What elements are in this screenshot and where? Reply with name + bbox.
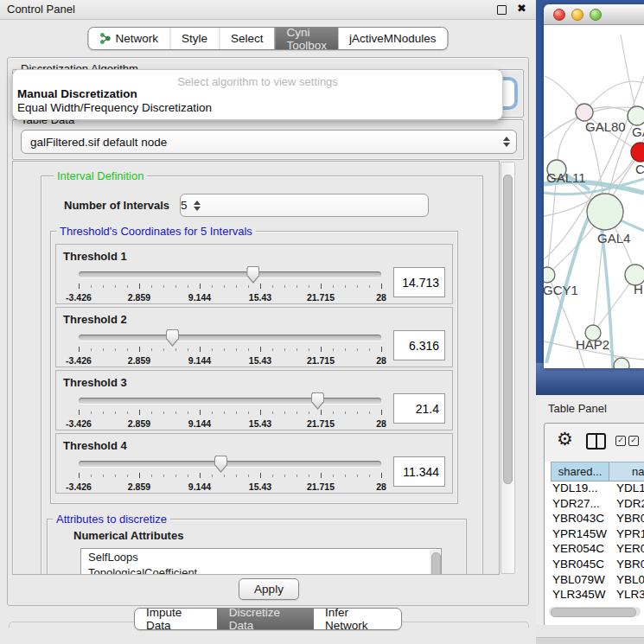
checkbox-icon[interactable]: ✓	[628, 436, 639, 446]
tab-discretize-data[interactable]: Discretize Data	[217, 609, 314, 629]
settings-vertical-scrollbar[interactable]	[501, 162, 515, 574]
tab-label: Impute Data	[146, 608, 206, 630]
table-row[interactable]: YER054CYER0	[551, 542, 644, 558]
tab-network[interactable]: Network	[88, 28, 169, 49]
threshold-value-field[interactable]: 21.4	[393, 393, 445, 424]
float-window-icon[interactable]	[497, 5, 507, 15]
table-row[interactable]: YPR145WYPR1	[551, 527, 644, 543]
control-panel-titlebar: Control Panel ✖	[0, 0, 536, 20]
numerical-attributes-list[interactable]: SelfLoopsTopologicalCoefficientBetweenne…	[80, 548, 442, 575]
tab-style[interactable]: Style	[169, 28, 219, 49]
threshold-slider[interactable]: -3.4262.8599.14415.4321.71528	[79, 392, 381, 431]
table-row[interactable]: YBR043CYBR0	[551, 512, 644, 527]
threshold-slider[interactable]: -3.4262.8599.14415.4321.71528	[79, 328, 381, 368]
slider-track[interactable]	[79, 461, 381, 467]
table-row[interactable]: YDL19...YDL1	[551, 481, 644, 497]
table-scrollbar-thumb[interactable]	[551, 608, 636, 617]
settings-scrollbar-thumb[interactable]	[503, 175, 513, 484]
node-gcy1[interactable]	[544, 267, 555, 283]
tick-label: 9.144	[188, 481, 211, 492]
threshold-value-field[interactable]: 14.713	[393, 267, 445, 297]
number-of-intervals-combobox[interactable]: 5	[180, 194, 429, 217]
panel-title: Control Panel	[7, 3, 75, 16]
slider-thumb[interactable]	[214, 456, 227, 473]
cell-name: YDL1	[611, 481, 644, 497]
close-icon[interactable]: ✖	[517, 2, 526, 15]
slider-thumb[interactable]	[166, 329, 179, 347]
threshold-row: -3.4262.8599.14415.4321.71528 21.4	[63, 392, 445, 431]
attribute-item-topologicalcoefficient[interactable]: TopologicalCoefficient	[88, 565, 441, 575]
algorithm-option-manual-discretization[interactable]: Manual Discretization	[17, 87, 498, 100]
node-top-right[interactable]	[628, 106, 644, 125]
table-row[interactable]: YBR045CYBR0	[551, 558, 644, 573]
threshold-panel: Threshold 1 -3.4262.8599.14415.4321.7152…	[55, 244, 453, 304]
tab-label: Style	[182, 32, 207, 45]
node-pink[interactable]	[576, 104, 593, 121]
bottom-tab-bar: Impute DataDiscretize DataInfer Network	[134, 608, 402, 630]
tick-label: 9.144	[188, 418, 211, 429]
slider-track[interactable]	[79, 271, 381, 277]
cell-shared-name: YIL052C	[551, 603, 611, 604]
node-gal4[interactable]	[587, 194, 623, 230]
top-tab-bar: NetworkStyleSelectCyni ToolboxjActiveMNo…	[87, 27, 448, 50]
threshold-slider[interactable]: -3.4262.8599.14415.4321.71528	[79, 265, 381, 305]
apply-button[interactable]: Apply	[239, 578, 299, 600]
table-horizontal-scrollbar[interactable]	[549, 607, 641, 616]
tick-label: 9.144	[188, 292, 211, 303]
tab-impute-data[interactable]: Impute Data	[135, 609, 217, 629]
slider-thumb[interactable]	[246, 266, 259, 284]
tab-select[interactable]: Select	[219, 28, 275, 49]
threshold-value-field[interactable]: 11.344	[393, 456, 445, 487]
table-row[interactable]: YIL052CYIL0	[551, 603, 644, 604]
cell-shared-name: YBL079W	[551, 573, 611, 589]
slider-track[interactable]	[79, 398, 381, 404]
attributes-scrollbar[interactable]	[430, 550, 440, 575]
zoom-traffic-light-icon[interactable]	[590, 9, 602, 21]
table-toolbar: ⚙ ✓ ✓	[545, 424, 644, 462]
slider-thumb[interactable]	[311, 392, 324, 410]
minimize-traffic-light-icon[interactable]	[571, 9, 583, 21]
table-data-combobox-value: galFiltered.sif default node	[22, 136, 497, 149]
algorithm-option-equal-width-frequency-discretization[interactable]: Equal Width/Frequency Discretization	[17, 101, 498, 114]
cell-name: YBL0	[611, 573, 644, 589]
table-data-combobox[interactable]: galFiltered.sif default node	[21, 130, 517, 154]
attribute-item-selfloops[interactable]: SelfLoops	[88, 550, 441, 565]
network-canvas[interactable]: GAL80 GA C GAL11 GAL4 GCY1 H HAP2	[544, 25, 644, 368]
stepper-arrows-icon	[497, 137, 516, 147]
tab-jactivemnodules[interactable]: jActiveMNodules	[338, 28, 448, 49]
node-red[interactable]	[631, 143, 644, 162]
slider-track[interactable]	[79, 335, 381, 341]
algorithm-placeholder: Select algorithm to view settings	[13, 75, 502, 88]
tick-label: 21.715	[307, 355, 335, 366]
tab-label: Cyni Toolbox	[286, 27, 327, 50]
checkbox-icon[interactable]: ✓	[615, 436, 626, 446]
slider-ticks	[79, 473, 381, 480]
column-header-shared[interactable]: shared...	[551, 462, 609, 481]
interval-definition-group: Interval Definition Number of Intervals …	[41, 175, 483, 575]
threshold-slider[interactable]: -3.4262.8599.14415.4321.71528	[79, 455, 381, 494]
gear-icon[interactable]: ⚙	[557, 430, 573, 449]
network-view-frame: GAL80 GA C GAL11 GAL4 GCY1 H HAP2	[536, 0, 644, 395]
table-row[interactable]: YLR345WYLR3	[551, 588, 644, 603]
close-traffic-light-icon[interactable]	[553, 9, 565, 21]
attributes-scrollbar-thumb[interactable]	[431, 552, 441, 575]
thresholds-group-label: Threshold's Coordinates for 5 Intervals	[56, 225, 256, 238]
tab-infer-network[interactable]: Infer Network	[314, 609, 401, 629]
tick-label: 2.859	[128, 481, 150, 492]
threshold-value-field[interactable]: 6.316	[393, 330, 445, 360]
column-header-name[interactable]: na	[609, 462, 644, 481]
cell-shared-name: YLR345W	[551, 588, 611, 603]
tab-cyni-toolbox[interactable]: Cyni Toolbox	[274, 28, 338, 49]
control-panel: Control Panel ✖ NetworkStyleSelectCyni T…	[0, 0, 537, 644]
node-label-gal4: GAL4	[597, 231, 630, 245]
node-bottom[interactable]	[614, 358, 629, 368]
threshold-panel: Threshold 2 -3.4262.8599.14415.4321.7152…	[55, 307, 453, 367]
split-columns-icon[interactable]	[586, 433, 606, 450]
tick-label: 28	[376, 292, 386, 303]
cell-shared-name: YER054C	[551, 542, 611, 558]
network-graph: GAL80 GA C GAL11 GAL4 GCY1 H HAP2	[544, 25, 644, 368]
table-row[interactable]: YDR27...YDR2	[551, 497, 644, 513]
table-row[interactable]: YBL079WYBL0	[551, 573, 644, 589]
slider-tick-labels: -3.4262.8599.14415.4321.71528	[79, 292, 381, 303]
interval-definition-label: Interval Definition	[54, 169, 147, 182]
